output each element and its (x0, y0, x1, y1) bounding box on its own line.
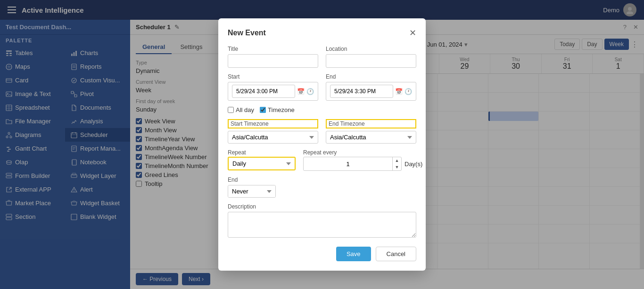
start-time-icon[interactable]: 🕐 (306, 88, 314, 95)
modal-overlay[interactable]: New Event ✕ Title Location Start 5/29/24… (0, 0, 644, 289)
start-timezone-select[interactable]: Asia/Calcutta UTC America/New_York Europ… (228, 131, 318, 144)
end-section-label: End (228, 177, 416, 183)
end-select[interactable]: Never After On date (228, 185, 275, 197)
title-location-row: Title Location (228, 46, 416, 68)
description-textarea[interactable] (228, 212, 416, 238)
repeat-select[interactable]: Daily Weekly Monthly Yearly Never (229, 158, 295, 169)
title-field: Title (228, 46, 318, 68)
cancel-button[interactable]: Cancel (376, 247, 416, 261)
modal-close-button[interactable]: ✕ (409, 28, 416, 38)
repeat-every-value[interactable] (304, 158, 392, 170)
day-unit-label: Day(s) (405, 161, 422, 168)
start-timezone-field: Start Timezone Asia/Calcutta UTC America… (228, 119, 318, 144)
title-input[interactable] (228, 54, 318, 68)
repeat-every-input: ▲ ▼ (303, 157, 402, 171)
repeat-every-label: Repeat every (303, 149, 422, 156)
description-label: Description (228, 203, 416, 210)
end-datetime-input[interactable]: 5/29/24 3:30 PM (330, 85, 393, 98)
allday-checkbox[interactable] (228, 107, 234, 113)
location-input[interactable] (326, 54, 416, 68)
end-datetime-field: 5/29/24 3:30 PM 📅 🕐 (326, 82, 416, 101)
stepper-down[interactable]: ▼ (393, 164, 401, 170)
timezone-checkbox[interactable] (260, 107, 266, 113)
end-label: End (326, 73, 416, 80)
end-timezone-field: End Timezone Asia/Calcutta UTC America/N… (326, 119, 416, 144)
modal-header: New Event ✕ (228, 28, 416, 38)
allday-label[interactable]: All day (228, 106, 254, 113)
end-select-wrap: Never After On date (228, 185, 276, 198)
start-field: Start 5/29/24 3:00 PM 📅 🕐 (228, 73, 318, 101)
location-field: Location (326, 46, 416, 68)
end-timezone-label: End Timezone (326, 119, 416, 128)
end-timezone-select[interactable]: Asia/Calcutta UTC America/New_York Europ… (326, 131, 416, 144)
repeat-every-input-row: ▲ ▼ Day(s) (303, 157, 422, 171)
end-calendar-icon[interactable]: 📅 (395, 88, 403, 95)
end-field: End 5/29/24 3:30 PM 📅 🕐 (326, 73, 416, 101)
repeat-select-wrap: Daily Weekly Monthly Yearly Never (228, 157, 296, 170)
start-calendar-icon[interactable]: 📅 (297, 88, 305, 95)
end-row: End Never After On date (228, 177, 416, 198)
new-event-modal: New Event ✕ Title Location Start 5/29/24… (218, 18, 426, 271)
start-label: Start (228, 73, 318, 80)
repeat-stepper: ▲ ▼ (392, 157, 401, 170)
description-row: Description (228, 203, 416, 239)
modal-title: New Event (228, 29, 266, 37)
start-timezone-label: Start Timezone (228, 119, 318, 128)
allday-timezone-row: All day Timezone (228, 106, 416, 113)
end-time-icon[interactable]: 🕐 (405, 88, 412, 95)
stepper-up[interactable]: ▲ (393, 157, 401, 164)
save-button[interactable]: Save (336, 247, 371, 261)
title-label: Title (228, 46, 318, 52)
repeat-field: Repeat Daily Weekly Monthly Yearly Never (228, 149, 296, 171)
timezone-row: Start Timezone Asia/Calcutta UTC America… (228, 119, 416, 144)
modal-footer: Save Cancel (228, 247, 416, 261)
start-datetime-field: 5/29/24 3:00 PM 📅 🕐 (228, 82, 318, 101)
location-label: Location (326, 46, 416, 52)
repeat-label: Repeat (228, 149, 296, 156)
timezone-toggle-label[interactable]: Timezone (260, 106, 295, 113)
start-end-row: Start 5/29/24 3:00 PM 📅 🕐 End 5/29/24 3:… (228, 73, 416, 101)
repeat-row: Repeat Daily Weekly Monthly Yearly Never… (228, 149, 416, 171)
repeat-every-field: Repeat every ▲ ▼ Day(s) (303, 149, 422, 171)
start-datetime-input[interactable]: 5/29/24 3:00 PM (232, 85, 295, 98)
